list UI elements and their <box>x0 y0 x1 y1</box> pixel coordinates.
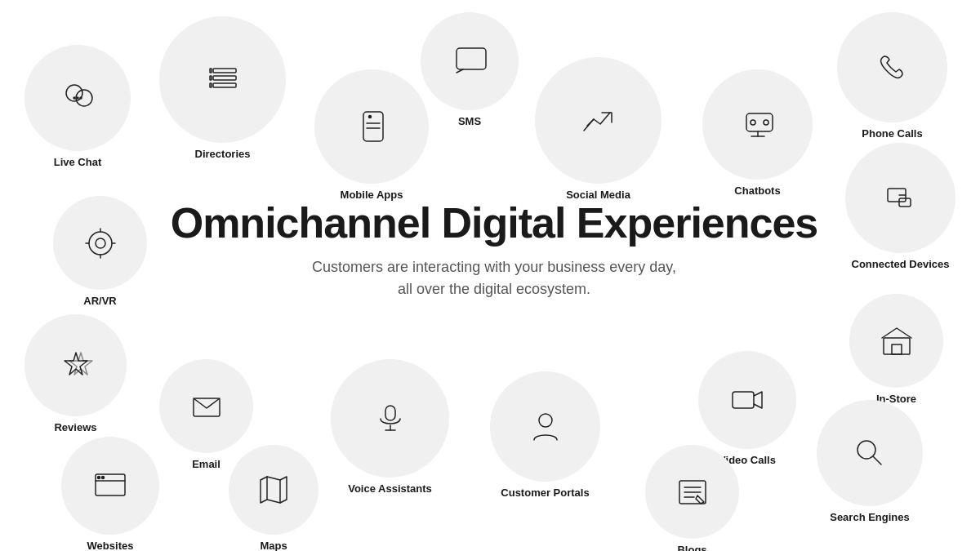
phone-calls-circle <box>837 12 947 122</box>
subtitle: Customers are interacting with your busi… <box>159 256 829 300</box>
channel-mobile-apps[interactable]: Mobile Apps <box>314 69 429 202</box>
directories-circle <box>159 16 286 143</box>
svg-point-43 <box>98 477 100 479</box>
live-chat-circle <box>24 45 131 151</box>
websites-circle <box>61 437 159 535</box>
svg-point-23 <box>96 238 105 248</box>
svg-rect-34 <box>385 406 395 420</box>
svg-rect-6 <box>213 76 236 80</box>
svg-rect-38 <box>733 392 754 408</box>
svg-line-52 <box>873 456 881 464</box>
svg-rect-40 <box>892 344 902 354</box>
channel-in-store[interactable]: In-Store <box>849 294 943 407</box>
connected-devices-label: Connected Devices <box>852 258 950 272</box>
svg-point-19 <box>764 120 768 125</box>
chatbots-circle <box>702 69 813 180</box>
reviews-label: Reviews <box>54 421 96 435</box>
ar-vr-circle <box>53 196 147 290</box>
blogs-circle <box>645 445 739 539</box>
video-calls-circle <box>698 351 796 449</box>
ar-vr-label: AR/VR <box>83 295 116 309</box>
channel-sms[interactable]: SMS <box>421 12 519 129</box>
central-text-block: Omnichannel Digital Experiences Customer… <box>159 200 829 300</box>
mobile-apps-circle <box>314 69 429 184</box>
sms-circle <box>421 12 519 110</box>
svg-point-18 <box>751 120 755 125</box>
mobile-apps-label: Mobile Apps <box>341 189 403 202</box>
voice-assistants-circle <box>331 359 449 478</box>
maps-circle <box>229 445 318 535</box>
channel-live-chat[interactable]: Live Chat <box>24 45 131 170</box>
svg-point-22 <box>89 232 112 255</box>
channel-directories[interactable]: Directories <box>159 16 286 162</box>
channel-reviews[interactable]: Reviews <box>24 314 127 435</box>
live-chat-label: Live Chat <box>54 156 102 170</box>
channel-customer-portals[interactable]: Customer Portals <box>490 371 600 500</box>
channel-websites[interactable]: Websites <box>61 437 159 551</box>
voice-assistants-label: Voice Assistants <box>348 482 432 496</box>
channel-ar-vr[interactable]: AR/VR <box>53 196 147 309</box>
channel-chatbots[interactable]: Chatbots <box>702 69 813 198</box>
channel-connected-devices[interactable]: Connected Devices <box>845 143 956 272</box>
svg-point-37 <box>539 414 552 427</box>
svg-point-14 <box>369 116 372 118</box>
email-circle <box>159 359 253 453</box>
sms-label: SMS <box>458 115 481 129</box>
svg-rect-5 <box>213 69 236 73</box>
websites-label: Websites <box>87 540 134 551</box>
channel-phone-calls[interactable]: Phone Calls <box>837 12 947 141</box>
svg-rect-39 <box>884 338 910 354</box>
search-engines-label: Search Engines <box>830 511 910 525</box>
channel-blogs[interactable]: Blogs <box>645 445 739 551</box>
email-label: Email <box>192 458 220 472</box>
svg-point-44 <box>102 477 105 479</box>
svg-rect-9 <box>210 76 212 80</box>
reviews-circle <box>24 314 127 416</box>
svg-rect-8 <box>210 69 212 73</box>
customer-portals-label: Customer Portals <box>501 487 589 500</box>
connected-devices-circle <box>845 143 956 253</box>
main-title: Omnichannel Digital Experiences <box>159 200 829 247</box>
svg-rect-10 <box>210 83 212 87</box>
channel-maps[interactable]: Maps <box>229 445 318 551</box>
svg-point-3 <box>77 97 78 99</box>
channel-search-engines[interactable]: Search Engines <box>817 400 923 525</box>
maps-label: Maps <box>260 540 287 551</box>
social-media-label: Social Media <box>566 189 630 202</box>
svg-rect-29 <box>899 198 911 207</box>
channel-voice-assistants[interactable]: Voice Assistants <box>331 359 449 496</box>
customer-portals-circle <box>490 371 600 482</box>
phone-calls-label: Phone Calls <box>862 127 922 141</box>
chatbots-label: Chatbots <box>734 184 780 198</box>
search-engines-circle <box>817 400 923 506</box>
svg-rect-13 <box>363 112 383 141</box>
directories-label: Directories <box>195 148 251 162</box>
in-store-circle <box>849 294 943 388</box>
channel-social-media[interactable]: Social Media <box>535 57 662 202</box>
blogs-label: Blogs <box>677 544 706 551</box>
social-media-circle <box>535 57 662 184</box>
svg-rect-11 <box>457 48 486 69</box>
svg-rect-7 <box>213 83 236 87</box>
svg-point-2 <box>74 97 75 99</box>
svg-point-4 <box>80 97 82 99</box>
